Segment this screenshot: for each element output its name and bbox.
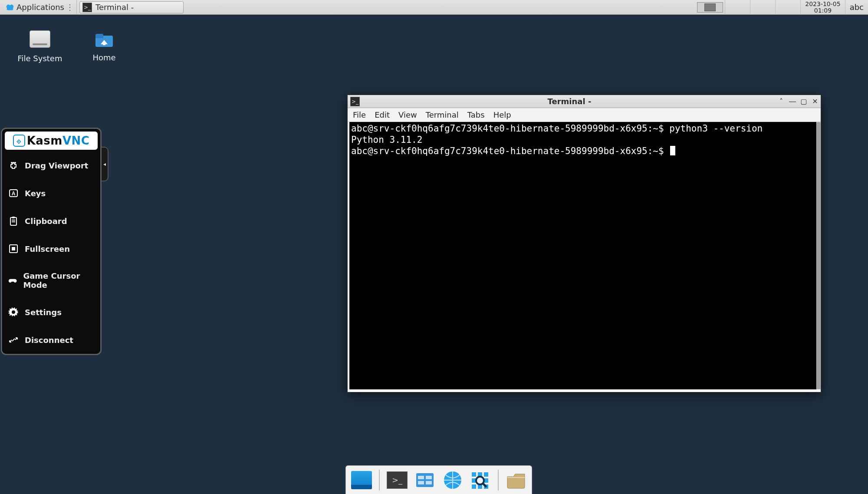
minimize-icon: ― xyxy=(789,97,796,105)
kasm-item-label: Clipboard xyxy=(25,217,67,226)
tray-slot-2 xyxy=(750,0,775,15)
kasm-item-clipboard[interactable]: Clipboard xyxy=(2,207,100,235)
close-icon: ✕ xyxy=(812,97,818,105)
dock-file-manager[interactable] xyxy=(414,470,436,491)
chevron-down-icon: ⋮ xyxy=(66,3,74,12)
svg-rect-21 xyxy=(418,481,424,484)
kasm-item-label: Keys xyxy=(25,189,46,198)
kasm-item-keys[interactable]: A Keys xyxy=(2,179,100,207)
kasmvnc-logo: ⟐ KasmVNC xyxy=(5,132,98,150)
search-apps-icon xyxy=(470,471,491,490)
taskbar-user-button[interactable]: abc xyxy=(845,0,868,14)
xfce-logo-icon xyxy=(5,3,15,12)
desktop-icon-filesystem[interactable]: File System xyxy=(14,30,66,63)
window-maximize-button[interactable]: ▢ xyxy=(798,97,809,106)
terminal-cursor xyxy=(670,146,675,155)
home-folder-icon xyxy=(94,30,115,47)
scrollbar-thumb[interactable] xyxy=(817,122,820,389)
menu-edit[interactable]: Edit xyxy=(375,110,390,119)
applications-menu-button[interactable]: Applications ⋮ xyxy=(0,0,77,14)
window-close-button[interactable]: ✕ xyxy=(809,97,821,106)
window-shade-button[interactable]: ˄ xyxy=(776,97,787,106)
taskbar-task-label: Terminal - xyxy=(95,3,134,12)
svg-rect-4 xyxy=(95,34,103,38)
terminal-scrollbar[interactable] xyxy=(816,122,821,389)
kasm-brand-text: KasmVNC xyxy=(27,134,90,147)
kasm-panel-toggle[interactable]: ◂ xyxy=(102,147,108,181)
kasm-item-fullscreen[interactable]: Fullscreen xyxy=(2,235,100,263)
desktop-icon-label: File System xyxy=(14,54,66,63)
gear-icon xyxy=(8,307,19,317)
show-desktop-icon xyxy=(351,471,372,489)
taskbar-task-terminal[interactable]: >_ Terminal - xyxy=(79,1,184,13)
svg-rect-2 xyxy=(7,7,13,10)
window-minimize-button[interactable]: ― xyxy=(787,97,798,106)
terminal-line: Python 3.11.2 xyxy=(351,134,816,145)
svg-rect-29 xyxy=(472,484,476,489)
kasm-item-label: Game Cursor Mode xyxy=(23,271,94,290)
kasm-item-drag-viewport[interactable]: Drag Viewport xyxy=(2,151,100,179)
kasm-badge-icon: ⟐ xyxy=(13,135,25,147)
dock-search[interactable] xyxy=(469,470,492,491)
dock-separator xyxy=(379,470,380,491)
kasm-item-label: Drag Viewport xyxy=(25,161,88,170)
svg-rect-16 xyxy=(12,247,15,250)
terminal-titlebar[interactable]: >_ Terminal - ˄ ― ▢ ✕ xyxy=(348,95,821,108)
terminal-body[interactable]: abc@srv-ckf0hq6afg7c739k4te0-hibernate-5… xyxy=(349,122,818,389)
kasm-brand-sub: VNC xyxy=(62,134,89,147)
drag-icon xyxy=(8,160,19,171)
svg-text:A: A xyxy=(12,191,16,197)
desktop-icon-home[interactable]: Home xyxy=(78,30,130,62)
chevron-left-icon: ◂ xyxy=(103,161,106,167)
svg-rect-22 xyxy=(426,481,432,484)
svg-rect-24 xyxy=(472,472,476,477)
svg-rect-12 xyxy=(12,217,15,218)
terminal-icon: >_ xyxy=(387,471,408,489)
screen-icon xyxy=(704,3,716,11)
svg-line-33 xyxy=(483,483,487,487)
drive-icon xyxy=(30,30,50,48)
tray-workspace-switcher[interactable] xyxy=(697,2,723,13)
taskbar-clock[interactable]: 2023-10-05 01:09 xyxy=(800,0,845,14)
menu-view[interactable]: View xyxy=(398,110,417,119)
tray-slot-1 xyxy=(725,0,750,15)
menu-tabs[interactable]: Tabs xyxy=(467,110,485,119)
dock-separator xyxy=(498,470,499,491)
desktop-icon-label: Home xyxy=(78,53,130,62)
dock-files-folder[interactable] xyxy=(505,470,527,491)
maximize-icon: ▢ xyxy=(800,97,807,105)
taskbar-username: abc xyxy=(850,3,864,12)
file-manager-icon xyxy=(414,471,435,490)
kasm-item-game-cursor[interactable]: Game Cursor Mode xyxy=(2,263,100,298)
kasm-item-settings[interactable]: Settings xyxy=(2,298,100,326)
terminal-icon: >_ xyxy=(350,97,360,106)
menu-file[interactable]: File xyxy=(353,110,366,119)
applications-menu-label: Applications xyxy=(16,3,64,12)
kasmvnc-side-panel: ⟐ KasmVNC Drag Viewport A Keys Clipboard… xyxy=(1,128,102,355)
terminal-icon: >_ xyxy=(82,3,92,12)
folder-icon xyxy=(506,471,526,490)
kasm-brand-main: Kasm xyxy=(27,134,62,147)
dock-show-desktop[interactable] xyxy=(350,470,373,491)
svg-rect-19 xyxy=(418,476,424,479)
terminal-window-title: Terminal - xyxy=(363,97,776,106)
bottom-dock: >_ xyxy=(345,465,532,494)
terminal-prompt-text: abc@srv-ckf0hq6afg7c739k4te0-hibernate-5… xyxy=(351,146,669,156)
kasm-item-disconnect[interactable]: Disconnect xyxy=(2,326,100,354)
disconnect-icon xyxy=(8,335,19,345)
dock-terminal[interactable]: >_ xyxy=(386,470,408,491)
terminal-line: abc@srv-ckf0hq6afg7c739k4te0-hibernate-5… xyxy=(351,123,816,134)
svg-point-7 xyxy=(11,162,13,164)
dock-web-browser[interactable] xyxy=(441,470,464,491)
svg-point-6 xyxy=(13,162,14,164)
menu-help[interactable]: Help xyxy=(493,110,511,119)
clock-date: 2023-10-05 xyxy=(805,1,840,7)
chevron-up-icon: ˄ xyxy=(779,97,783,105)
menu-terminal[interactable]: Terminal xyxy=(426,110,459,119)
svg-point-8 xyxy=(14,162,16,164)
keyboard-key-icon: A xyxy=(8,188,19,198)
terminal-menubar: File Edit View Terminal Tabs Help xyxy=(348,108,821,122)
terminal-line: abc@srv-ckf0hq6afg7c739k4te0-hibernate-5… xyxy=(351,145,816,157)
fullscreen-icon xyxy=(8,244,19,254)
kasm-item-label: Disconnect xyxy=(25,336,73,345)
